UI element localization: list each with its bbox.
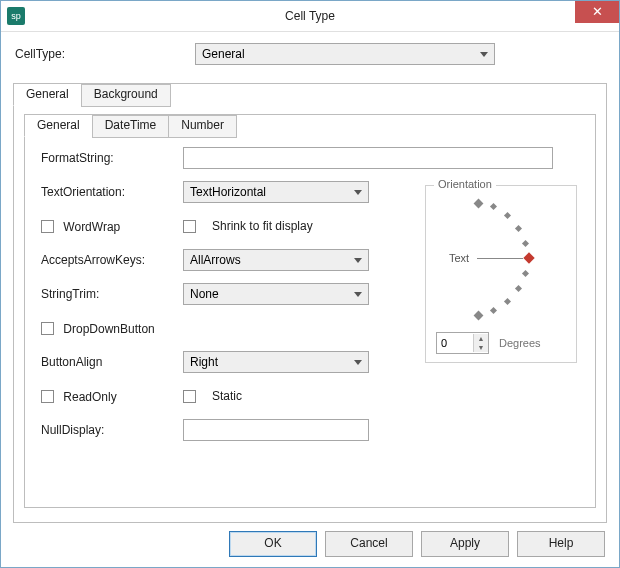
tab-background[interactable]: Background bbox=[81, 84, 171, 107]
tab-general-outer[interactable]: General bbox=[13, 83, 82, 106]
celltype-label: CellType: bbox=[13, 47, 195, 61]
wordwrap-checkbox[interactable] bbox=[41, 220, 54, 233]
formatstring-label: FormatString: bbox=[41, 151, 183, 165]
app-icon: sp bbox=[7, 7, 25, 25]
apply-button[interactable]: Apply bbox=[421, 531, 509, 557]
nulldisplay-input[interactable] bbox=[183, 419, 369, 441]
close-button[interactable]: ✕ bbox=[575, 1, 619, 23]
orientation-group: Orientation Text bbox=[425, 185, 577, 363]
formatstring-input[interactable] bbox=[183, 147, 553, 169]
celltype-row: CellType: General bbox=[13, 43, 607, 65]
button-bar: OK Cancel Apply Help bbox=[229, 531, 605, 557]
stringtrim-label: StringTrim: bbox=[41, 287, 183, 301]
outer-tabset: General Background General DateTime Numb… bbox=[13, 83, 607, 523]
client-area: CellType: General General Background Gen… bbox=[1, 31, 619, 567]
inner-tabset: General DateTime Number FormatString: Te… bbox=[24, 114, 596, 508]
degrees-label: Degrees bbox=[499, 337, 541, 349]
textorientation-label: TextOrientation: bbox=[41, 185, 183, 199]
static-checkbox[interactable] bbox=[183, 390, 196, 403]
buttonalign-label: ButtonAlign bbox=[41, 355, 183, 369]
acceptsarrowkeys-label: AcceptsArrowKeys: bbox=[41, 253, 183, 267]
cancel-button[interactable]: Cancel bbox=[325, 531, 413, 557]
static-label: Static bbox=[212, 389, 242, 403]
tab-number[interactable]: Number bbox=[168, 115, 237, 138]
dropdownbutton-checkbox[interactable] bbox=[41, 322, 54, 335]
orientation-current-marker[interactable] bbox=[523, 252, 534, 263]
titlebar: sp Cell Type ✕ bbox=[1, 1, 619, 32]
orientation-legend: Orientation bbox=[434, 178, 496, 190]
acceptsarrowkeys-select[interactable]: AllArrows bbox=[183, 249, 369, 271]
degrees-up-icon[interactable]: ▲ bbox=[474, 334, 488, 343]
orientation-line bbox=[477, 258, 523, 259]
degrees-spinner[interactable]: ▲ ▼ bbox=[436, 332, 489, 354]
help-button[interactable]: Help bbox=[517, 531, 605, 557]
orientation-text-indicator: Text bbox=[449, 252, 469, 264]
degrees-down-icon[interactable]: ▼ bbox=[474, 343, 488, 352]
dropdownbutton-label: DropDownButton bbox=[63, 321, 154, 335]
orientation-dial[interactable]: Text bbox=[431, 196, 571, 316]
outer-tabs: General Background bbox=[13, 83, 170, 106]
nulldisplay-label: NullDisplay: bbox=[41, 423, 183, 437]
wordwrap-label: WordWrap bbox=[63, 219, 120, 233]
shrink-checkbox[interactable] bbox=[183, 220, 196, 233]
ok-button[interactable]: OK bbox=[229, 531, 317, 557]
inner-tabs: General DateTime Number bbox=[24, 114, 236, 137]
textorientation-select[interactable]: TextHorizontal bbox=[183, 181, 369, 203]
window-title: Cell Type bbox=[285, 9, 335, 23]
readonly-checkbox[interactable] bbox=[41, 390, 54, 403]
stringtrim-select[interactable]: None bbox=[183, 283, 369, 305]
readonly-label: ReadOnly bbox=[63, 389, 116, 403]
shrink-label: Shrink to fit display bbox=[212, 219, 313, 233]
dialog-window: sp Cell Type ✕ CellType: General General… bbox=[0, 0, 620, 568]
celltype-select[interactable]: General bbox=[195, 43, 495, 65]
buttonalign-select[interactable]: Right bbox=[183, 351, 369, 373]
tab-general-inner[interactable]: General bbox=[24, 114, 93, 137]
degrees-input[interactable] bbox=[437, 335, 473, 351]
tab-datetime[interactable]: DateTime bbox=[92, 115, 170, 138]
